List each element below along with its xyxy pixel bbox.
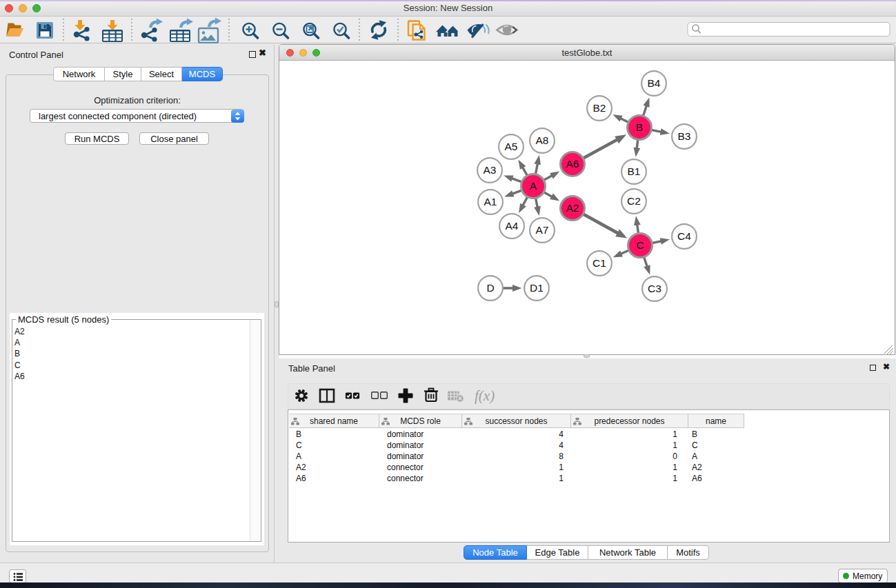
svg-text:C3: C3 <box>648 283 661 294</box>
svg-text:A1: A1 <box>484 196 497 207</box>
svg-text:A4: A4 <box>506 220 519 232</box>
svg-text:f(x): f(x) <box>475 387 495 404</box>
svg-text:B3: B3 <box>678 130 691 142</box>
svg-text:A2: A2 <box>566 202 579 214</box>
svg-text:A: A <box>530 180 537 192</box>
svg-text:A3: A3 <box>484 164 497 176</box>
svg-text:C1: C1 <box>593 257 606 269</box>
svg-text:A6: A6 <box>566 158 579 170</box>
svg-text:C4: C4 <box>677 230 691 242</box>
svg-text:A7: A7 <box>536 224 549 236</box>
svg-text:B4: B4 <box>648 77 661 89</box>
svg-text:C2: C2 <box>627 195 641 207</box>
svg-text:B: B <box>636 121 643 133</box>
svg-text:D: D <box>486 282 494 294</box>
svg-text:A8: A8 <box>536 134 549 146</box>
svg-text:D1: D1 <box>530 282 544 294</box>
svg-text:B2: B2 <box>593 102 606 114</box>
svg-text:B1: B1 <box>628 165 641 177</box>
svg-text:A5: A5 <box>505 141 518 152</box>
svg-text:C: C <box>636 239 644 251</box>
